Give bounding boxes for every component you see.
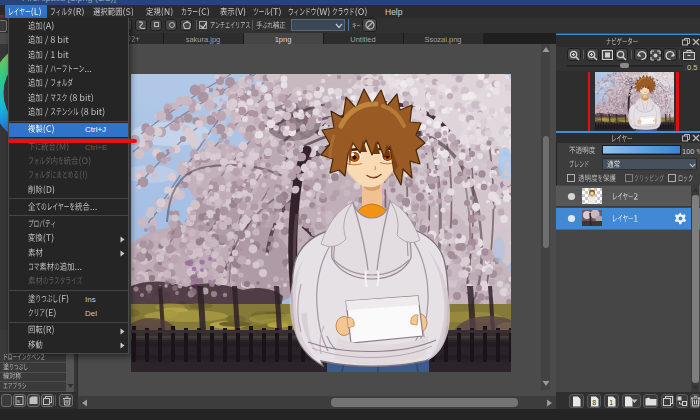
svg-text:8: 8 [592,398,596,405]
svg-text:1: 1 [609,398,613,405]
svg-text:s: s [17,398,20,404]
